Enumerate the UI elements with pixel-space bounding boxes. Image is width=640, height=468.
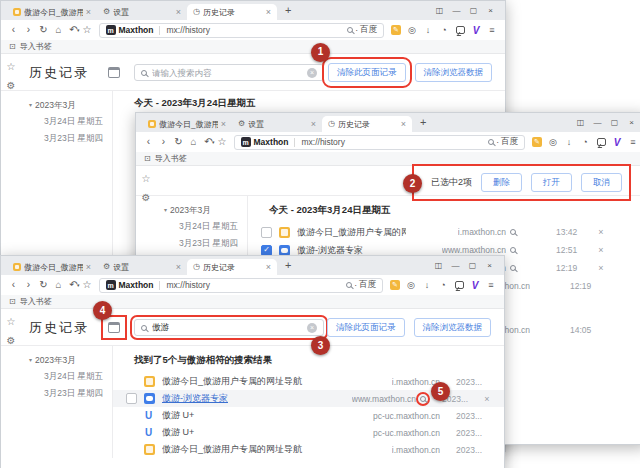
history-row[interactable]: ✓ 傲游 U+ pc-uc.maxthon.cn 2023... ×	[113, 424, 504, 441]
tree-day[interactable]: 3月23日 星期四	[164, 235, 247, 252]
tab-history[interactable]: ◷ 历史记录 ×	[322, 116, 412, 132]
row-checkbox[interactable]: ✓	[261, 245, 272, 256]
tree-day[interactable]: 3月23日 星期四	[29, 385, 112, 402]
row-title[interactable]: 傲游 U+	[162, 409, 330, 422]
tab-maxthon-today[interactable]: 傲游今日_傲游用户专属 ×	[7, 259, 97, 275]
screenshot-icon[interactable]: ◎	[403, 277, 419, 293]
download-icon[interactable]: ↓	[561, 134, 577, 150]
back-icon[interactable]: ‹	[6, 280, 21, 290]
screenshot-icon[interactable]: ◎	[545, 134, 561, 150]
favorites-star-icon[interactable]: ☆	[142, 174, 151, 184]
tab-history[interactable]: ◷ 历史记录 ×	[187, 4, 277, 20]
search-engine-shortcut[interactable]: ·百度	[347, 24, 377, 36]
history-row[interactable]: ✓ 傲游-浏览器专家 www.maxthon.cn 5 2023... ×	[113, 390, 504, 407]
import-bookmarks-button[interactable]: 导入书签	[155, 153, 187, 164]
history-row[interactable]: ✓ 傲游今日_傲游用户专属的网址导航 i.maxthon.cn 13:42 ×	[248, 223, 640, 241]
notes-icon[interactable]: ✎	[387, 277, 403, 293]
tab-maxthon-today[interactable]: 傲游今日_傲游用户专属 ×	[142, 116, 232, 132]
clear-page-history-button[interactable]: 清除此页面记录 1	[328, 63, 406, 82]
history-row[interactable]: ✓ 傲游今日_傲游用户专属的网址导航 i.maxthon.cn 2023... …	[113, 441, 504, 458]
tab-history[interactable]: ◷ 历史记录 ×	[187, 259, 277, 275]
tab-settings[interactable]: ⚙ 设置 ×	[97, 259, 187, 275]
address-bar[interactable]: m Maxthon mx://history ·百度	[234, 135, 525, 150]
tab-close-icon[interactable]: ×	[266, 263, 271, 272]
maximize-icon[interactable]: ▢	[464, 258, 481, 272]
tab-close-icon[interactable]: ×	[176, 263, 181, 272]
row-title[interactable]: 傲游今日_傲游用户专属的网址导航	[162, 375, 330, 388]
download-icon[interactable]: ↓	[419, 277, 435, 293]
window-close-icon[interactable]: ×	[481, 258, 498, 272]
history-pie-icon[interactable]: ◔	[436, 22, 452, 38]
window-close-icon[interactable]: ×	[623, 115, 640, 129]
tree-month[interactable]: ▾ 2023年3月	[164, 202, 247, 218]
open-selected-button[interactable]: 打开	[531, 173, 572, 192]
forward-icon[interactable]: ›	[21, 25, 36, 35]
search-engine-shortcut[interactable]: ·百度	[346, 279, 376, 291]
delete-selected-button[interactable]: 删除	[481, 173, 522, 192]
menu-icon[interactable]: ≡	[484, 22, 500, 38]
minimize-icon[interactable]: —	[589, 115, 606, 129]
settings-gear-icon[interactable]: ⚙	[7, 81, 16, 91]
tab-close-icon[interactable]: ×	[176, 8, 181, 17]
search-input[interactable]	[152, 323, 302, 333]
screenshot-icon[interactable]: ◎	[404, 22, 420, 38]
messages-icon[interactable]	[451, 277, 467, 293]
forward-icon[interactable]: ›	[21, 280, 36, 290]
calendar-filter-button[interactable]: 4	[106, 320, 122, 335]
tree-month[interactable]: ▾ 2023年3月	[29, 97, 112, 113]
tab-settings[interactable]: ⚙ 设置 ×	[97, 4, 187, 20]
row-search-icon[interactable]	[510, 265, 516, 271]
row-search-icon[interactable]	[510, 247, 516, 253]
home-icon[interactable]: ⌂	[186, 137, 201, 147]
minimize-icon[interactable]: —	[447, 258, 464, 272]
search-input[interactable]	[152, 68, 302, 78]
tab-close-icon[interactable]: ×	[86, 263, 91, 272]
refresh-icon[interactable]: ↻	[36, 25, 51, 35]
minimize-icon[interactable]: —	[448, 3, 465, 17]
clear-search-icon[interactable]: ×	[307, 68, 317, 78]
settings-gear-icon[interactable]: ⚙	[7, 336, 16, 346]
settings-gear-icon[interactable]: ⚙	[142, 193, 151, 203]
messages-icon[interactable]	[593, 134, 609, 150]
history-pie-icon[interactable]: ◔	[577, 134, 593, 150]
new-tab-button[interactable]: +	[285, 5, 291, 16]
row-checkbox[interactable]: ✓	[126, 393, 137, 404]
vbox-icon[interactable]: V	[468, 22, 484, 38]
history-row[interactable]: ✓ 傲游 U+ pc-uc.maxthon.cn 2023... ×	[113, 407, 504, 424]
history-search-box[interactable]: ×	[134, 64, 324, 81]
back-icon[interactable]: ‹	[141, 137, 156, 147]
history-search-box[interactable]: × 3	[134, 319, 324, 336]
row-title[interactable]: 傲游 U+	[162, 426, 330, 439]
clear-search-icon[interactable]: ×	[307, 323, 317, 333]
download-icon[interactable]: ↓	[420, 22, 436, 38]
tab-maxthon-today[interactable]: 傲游今日_傲游用户专属 ×	[7, 4, 97, 20]
tab-settings[interactable]: ⚙ 设置 ×	[232, 116, 322, 132]
row-search-icon[interactable]	[510, 229, 516, 235]
row-title[interactable]: 傲游今日_傲游用户专属的网址导航	[162, 443, 330, 456]
menu-icon[interactable]: ≡	[483, 277, 499, 293]
clear-browser-data-button[interactable]: 清除浏览器数据	[415, 63, 493, 82]
favorites-star-icon[interactable]: ☆	[7, 62, 16, 72]
search-engine-shortcut[interactable]: ·百度	[488, 136, 518, 148]
row-close-icon[interactable]: ×	[594, 227, 608, 237]
maximize-icon[interactable]: ▢	[465, 3, 482, 17]
tab-close-icon[interactable]: ×	[266, 8, 271, 17]
tree-day[interactable]: 3月24日 星期五	[29, 113, 112, 130]
home-icon[interactable]: ⌂	[51, 280, 66, 290]
favorites-star-icon[interactable]: ☆	[7, 317, 16, 327]
tree-day[interactable]: 3月24日 星期五	[29, 368, 112, 385]
notes-icon[interactable]: ✎	[388, 22, 404, 38]
tab-close-icon[interactable]: ×	[221, 120, 226, 129]
address-bar[interactable]: m Maxthon mx://history ·百度	[99, 23, 384, 38]
clear-page-history-button[interactable]: 清除此页面记录	[327, 318, 405, 337]
row-close-icon[interactable]: ×	[594, 263, 608, 273]
vbox-icon[interactable]: V	[609, 134, 625, 150]
new-tab-button[interactable]: +	[285, 260, 291, 271]
menu-icon[interactable]: ≡	[625, 134, 640, 150]
row-close-icon[interactable]: ×	[594, 245, 608, 255]
tab-close-icon[interactable]: ×	[311, 120, 316, 129]
row-title[interactable]: 傲游-浏览器专家	[162, 392, 316, 405]
forward-icon[interactable]: ›	[156, 137, 171, 147]
tab-close-icon[interactable]: ×	[86, 8, 91, 17]
back-icon[interactable]: ‹	[6, 25, 21, 35]
